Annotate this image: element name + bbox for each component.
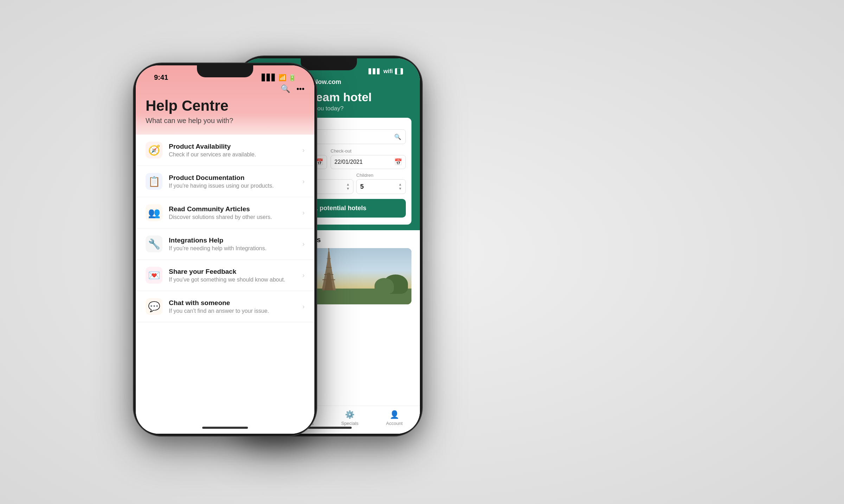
item-title-integration: Integrations Help: [169, 237, 296, 244]
children-stepper[interactable]: 5 ▲ ▼: [356, 179, 406, 194]
signal-icon: ▋▋▋: [262, 74, 276, 82]
item-text-community: Read Community Articles Discover solutio…: [169, 205, 296, 220]
notch-1: [197, 65, 253, 77]
status-icons-2: ▋▋▋ wifi ▉: [369, 68, 403, 75]
status-icons-1: ▋▋▋ 📶 🔋: [262, 74, 296, 82]
specials-nav-icon: ⚙️: [345, 410, 354, 419]
battery-icon: 🔋: [288, 74, 296, 82]
item-title-docs: Product Documentation: [169, 174, 296, 182]
chevron-icon: ›: [302, 240, 305, 248]
wifi-icon: 📶: [279, 74, 286, 82]
item-text-feedback: Share your Feedback If you've got someth…: [169, 268, 296, 283]
compass-icon: 🧭: [146, 142, 162, 159]
item-text-availability: Product Availability Check if our servic…: [169, 143, 296, 158]
notch-2: [301, 58, 357, 70]
phones-container: 9:41 ▋▋▋ 📶 🔋 🔍 ••• Help Centre What can …: [0, 0, 844, 504]
chevron-icon: ›: [302, 147, 305, 154]
battery-icon-2: ▉: [395, 68, 403, 75]
eiffel-tower-svg: [315, 248, 343, 290]
list-item[interactable]: 🔧 Integrations Help If you're needing he…: [136, 228, 314, 260]
list-item[interactable]: 🧭 Product Availability Check if our serv…: [136, 135, 314, 166]
chevron-icon: ›: [302, 209, 305, 217]
list-item[interactable]: 💬 Chat with someone If you can't find an…: [136, 291, 314, 322]
item-title-availability: Product Availability: [169, 143, 296, 150]
chevron-icon: ›: [302, 303, 305, 310]
help-items-list: 🧭 Product Availability Check if our serv…: [136, 135, 314, 434]
item-title-community: Read Community Articles: [169, 205, 296, 213]
checkout-value: 22/01/2021: [334, 159, 363, 165]
item-desc-integration: If you're needing help with Integrations…: [169, 245, 296, 252]
wifi-icon-2: wifi: [383, 68, 393, 75]
phone-1: 9:41 ▋▋▋ 📶 🔋 🔍 ••• Help Centre What can …: [134, 63, 316, 436]
feedback-icon: 💌: [146, 267, 162, 284]
signal-icon-2: ▋▋▋: [369, 69, 381, 74]
item-text-docs: Product Documentation If you're having i…: [169, 174, 296, 189]
help-screen: 9:41 ▋▋▋ 📶 🔋 🔍 ••• Help Centre What can …: [136, 65, 314, 434]
list-item[interactable]: 📋 Product Documentation If you're having…: [136, 166, 314, 197]
header-actions: 🔍 •••: [146, 84, 305, 93]
item-desc-availability: Check if our services are available.: [169, 151, 296, 158]
status-time-1: 9:41: [154, 73, 168, 82]
children-value: 5: [360, 183, 364, 190]
checkout-field: Check-out 22/01/2021 📅: [331, 148, 406, 169]
chat-icon: 💬: [146, 298, 162, 315]
svg-marker-3: [327, 252, 331, 262]
nav-account-label: Account: [386, 421, 403, 426]
checkout-input[interactable]: 22/01/2021 📅: [331, 155, 406, 169]
checkout-label: Check-out: [331, 148, 406, 154]
chevron-icon: ›: [302, 272, 305, 279]
nav-account[interactable]: 👤 Account: [386, 410, 403, 426]
item-desc-chat: If you can't find an answer to your issu…: [169, 308, 296, 314]
home-bar-1: [202, 427, 248, 429]
children-label: Children: [356, 173, 406, 178]
more-icon[interactable]: •••: [296, 84, 305, 93]
children-field: Children 5 ▲ ▼: [356, 173, 406, 194]
item-desc-docs: If you're having issues using our produc…: [169, 183, 296, 189]
item-desc-feedback: If you've got something we should know a…: [169, 277, 296, 283]
item-title-chat: Chat with someone: [169, 299, 296, 307]
children-arrows[interactable]: ▲ ▼: [398, 182, 402, 191]
list-item[interactable]: 💌 Share your Feedback If you've got some…: [136, 260, 314, 291]
tree-right-2: [375, 278, 394, 294]
phone-1-screen: 9:41 ▋▋▋ 📶 🔋 🔍 ••• Help Centre What can …: [136, 65, 314, 434]
integration-icon: 🔧: [146, 235, 162, 252]
list-item[interactable]: 👥 Read Community Articles Discover solut…: [136, 197, 314, 228]
item-desc-community: Discover solutions shared by other users…: [169, 214, 296, 220]
adults-arrows[interactable]: ▲ ▼: [346, 182, 350, 191]
calendar-icon-checkout: 📅: [394, 158, 402, 166]
search-icon-input: 🔍: [394, 134, 401, 140]
home-bar-2: [306, 427, 352, 429]
account-nav-icon: 👤: [390, 410, 399, 419]
chevron-icon: ›: [302, 178, 305, 185]
help-subtitle: What can we help you with?: [146, 117, 305, 125]
item-text-integration: Integrations Help If you're needing help…: [169, 237, 296, 252]
community-icon: 👥: [146, 204, 162, 221]
help-title: Help Centre: [146, 98, 305, 114]
doc-icon: 📋: [146, 173, 162, 190]
calendar-icon-checkin: 📅: [315, 158, 323, 166]
item-title-feedback: Share your Feedback: [169, 268, 296, 276]
item-text-chat: Chat with someone If you can't find an a…: [169, 299, 296, 314]
search-icon[interactable]: 🔍: [281, 84, 290, 93]
nav-specials[interactable]: ⚙️ Specials: [341, 410, 358, 426]
nav-specials-label: Specials: [341, 421, 358, 426]
